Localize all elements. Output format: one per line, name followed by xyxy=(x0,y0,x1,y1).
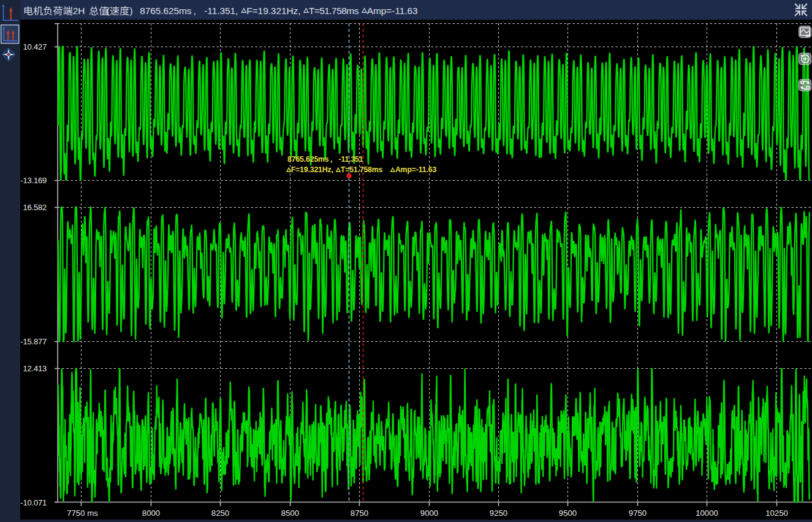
svg-text:12.413: 12.413 xyxy=(23,364,47,373)
svg-text:9000: 9000 xyxy=(420,509,438,518)
svg-text:T=51.758ms: T=51.758ms xyxy=(309,6,359,16)
svg-text:9750: 9750 xyxy=(629,509,647,518)
svg-text:-11.351,: -11.351, xyxy=(204,6,238,16)
svg-text:8250: 8250 xyxy=(211,509,229,518)
svg-text:T=51.758ms: T=51.758ms xyxy=(341,165,383,174)
svg-text:10250: 10250 xyxy=(765,509,788,518)
svg-text:,: , xyxy=(330,155,332,164)
svg-text:8750: 8750 xyxy=(351,509,368,518)
svg-text:8500: 8500 xyxy=(281,509,299,518)
svg-text:Amp=-11.63: Amp=-11.63 xyxy=(367,6,418,16)
svg-text:8765.625ms: 8765.625ms xyxy=(140,6,192,16)
svg-text:2H: 2H xyxy=(73,6,85,16)
svg-text:,: , xyxy=(194,6,196,16)
svg-text:16.582: 16.582 xyxy=(23,203,47,212)
svg-text:F=19.321Hz,: F=19.321Hz, xyxy=(246,6,300,16)
svg-text:-15.877: -15.877 xyxy=(20,337,47,346)
svg-text:): ) xyxy=(130,6,133,16)
svg-text:-11.351: -11.351 xyxy=(339,155,363,164)
svg-text:9250: 9250 xyxy=(490,509,507,518)
svg-text:Amp=-11.63: Amp=-11.63 xyxy=(395,165,437,174)
svg-text:8000: 8000 xyxy=(142,509,160,518)
svg-text:7750 ms: 7750 ms xyxy=(67,509,98,518)
svg-text:10.427: 10.427 xyxy=(23,42,47,51)
svg-text:10000: 10000 xyxy=(696,509,718,518)
svg-text:9500: 9500 xyxy=(559,509,577,518)
svg-text:-13.169: -13.169 xyxy=(20,176,47,185)
svg-text:-10.071: -10.071 xyxy=(20,498,47,507)
svg-text:8765.625ms: 8765.625ms xyxy=(287,155,329,164)
svg-text:F=19.321Hz,: F=19.321Hz, xyxy=(291,165,333,174)
